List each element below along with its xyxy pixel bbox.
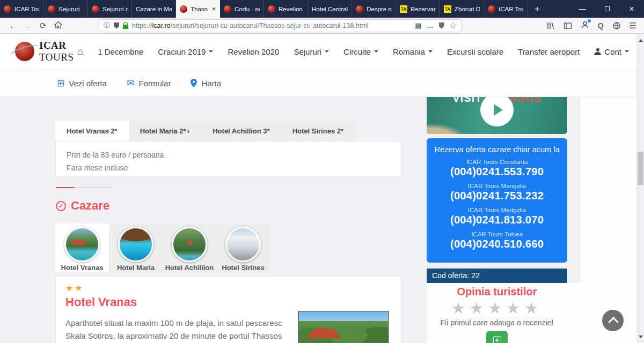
subnav-vezi-oferta[interactable]: ⊞Vezi oferta [57, 79, 107, 88]
subnav-formular[interactable]: ✉Formular [127, 79, 171, 88]
library-icon[interactable] [546, 21, 555, 30]
icar-favicon-icon [180, 5, 187, 13]
tab-title: Hotel Central [312, 6, 348, 12]
bookmark-star-icon[interactable]: ☆ [450, 21, 457, 31]
scrollbar-up-arrow-icon[interactable] [639, 37, 643, 42]
envelope-icon: ✉ [127, 79, 134, 88]
hotel-tab-vranas[interactable]: Hotel Vranas 2* [55, 121, 129, 141]
hotel-tab-maria[interactable]: Hotel Maria 2*+ [129, 121, 202, 141]
reserve-heading: Rezerva oferta cazare chiar acum la [427, 145, 567, 154]
phone-number[interactable]: (004)0241.813.070 [427, 214, 567, 226]
nav-item-cont[interactable]: Cont [594, 47, 629, 56]
hotel-thumbnail-tabs: Hotel Vranas Hotel Maria Hotel Achillion… [55, 223, 270, 272]
tabbar-spacer [546, 0, 570, 18]
back-button[interactable]: ← [5, 21, 20, 30]
icar-tours-logo[interactable]: ICAR TOURS [15, 40, 77, 63]
tab-title: Thasso [191, 6, 208, 12]
browser-tab[interactable]: Corfu - se [220, 0, 264, 18]
tracking-protection-shield-icon[interactable] [114, 23, 119, 29]
hotel-photo-thumb [118, 227, 153, 262]
window-close-button[interactable]: × [619, 0, 644, 18]
subnav-harta[interactable]: Harta [191, 79, 221, 88]
browser-tab[interactable]: Sejururi [44, 0, 88, 18]
office-entry: ICAR Tours Mangalia (004)0241.753.232 [427, 183, 567, 202]
window-restore-button[interactable] [595, 0, 619, 18]
extension-q-icon[interactable]: Q [598, 21, 604, 30]
tab-title: Despre no [367, 6, 392, 12]
hotel-star-rating: ★★ [65, 283, 391, 293]
cazare-heading: ✓ Cazare [56, 199, 109, 213]
hotel-thumb-vranas[interactable]: Hotel Vranas [55, 223, 109, 272]
nav-item-revelion[interactable]: Revelion 2020 [228, 47, 279, 56]
scrollbar-down-arrow-icon[interactable] [639, 335, 643, 340]
tarom-favicon-icon: TA [400, 5, 407, 13]
browser-tab[interactable]: TA Rezervari [396, 0, 440, 18]
phone-number[interactable]: (004)0241.753.232 [427, 190, 567, 202]
section-title: Cazare [71, 199, 109, 213]
nav-item-excursii[interactable]: Excursii scolare [447, 47, 503, 56]
nav-item-sejururi[interactable]: Sejururi [294, 47, 329, 56]
office-entry: ICAR Tours Medgidia (004)0241.813.070 [427, 207, 567, 226]
icar-favicon-icon [224, 5, 231, 13]
forward-button[interactable]: → [20, 21, 35, 30]
window-minimize-button[interactable]: — [570, 0, 595, 18]
reviews-title: Opinia turistilor [427, 286, 567, 298]
play-button[interactable] [480, 97, 514, 126]
nav-home-icon[interactable]: ⌂ [77, 47, 83, 56]
tab-close-icon[interactable]: × [211, 5, 216, 13]
page-scrollbar[interactable] [636, 34, 644, 343]
chevron-down-icon [428, 50, 433, 55]
hotel-thumb-achillion[interactable]: Hotel Achillion [163, 223, 216, 272]
nav-item-transfer[interactable]: Transfer aeroport [518, 47, 580, 56]
browser-tab[interactable]: ICAR Tour [0, 0, 44, 18]
new-tab-button[interactable]: + [528, 0, 546, 18]
globe-extension-icon[interactable] [612, 21, 621, 30]
nav-item-circuite[interactable]: Circuite [343, 47, 378, 56]
scrollbar-thumb[interactable] [638, 152, 643, 185]
hotel-detail-card: ★★ Hotel Vranas Aparthotel situat la max… [55, 276, 401, 343]
plus-square-icon: + [493, 336, 501, 343]
reservation-phone-box: Rezerva oferta cazare chiar acum la ICAR… [427, 138, 567, 263]
hotel-tab-sirines[interactable]: Hotel Sirines 2* [281, 121, 355, 141]
nav-item-craciun[interactable]: Craciun 2019 [158, 47, 213, 56]
nav-item-romania[interactable]: Romania [393, 47, 433, 56]
hotel-name: Hotel Vranas [65, 295, 391, 309]
pocket-shield-icon[interactable] [439, 23, 444, 29]
logo-word: ICAR [39, 40, 67, 51]
page-actions-icon[interactable]: … [427, 22, 434, 29]
phone-number[interactable]: (004)0240.510.660 [427, 238, 567, 250]
browser-tab[interactable]: TA Zboruri O [440, 0, 484, 18]
add-review-button[interactable]: + [486, 331, 508, 343]
visit-thassos-video[interactable]: VISIT THASSOS [427, 97, 567, 134]
browser-tab-bar: ICAR Tour Sejururi Sejururi cu Cazare in… [0, 0, 644, 18]
browser-window: ICAR Tour Sejururi Sejururi cu Cazare in… [0, 0, 644, 343]
browser-tab[interactable]: Hotel Central [308, 0, 352, 18]
info-icon[interactable]: ⓘ [104, 21, 110, 30]
tab-title: Revelion in [279, 6, 304, 12]
browser-tab[interactable]: Sejururi cu [88, 0, 132, 18]
browser-tab[interactable]: Despre no [352, 0, 396, 18]
home-icon [54, 21, 62, 29]
browser-tab-active[interactable]: Thasso × [176, 0, 220, 18]
browser-tab[interactable]: Cazare in Man [132, 0, 176, 18]
nav-item-1-decembrie[interactable]: 1 Decembrie [98, 47, 143, 56]
address-bar[interactable]: ⓘ https://icar.ro/sejururi/sejururi-cu-a… [99, 19, 462, 32]
menu-icon[interactable]: ☰ [630, 21, 636, 31]
reload-button[interactable]: ⟳ [35, 21, 50, 31]
hotel-thumb-sirines[interactable]: Hotel Sirines [216, 223, 270, 272]
page-right-gutter [581, 97, 636, 343]
tab-title: Corfu - se [235, 6, 260, 12]
browser-tab[interactable]: Revelion in [264, 0, 308, 18]
browser-tab[interactable]: ICAR Tour [484, 0, 528, 18]
icar-favicon-icon [92, 5, 99, 13]
hotel-thumb-maria[interactable]: Hotel Maria [109, 223, 163, 272]
offer-subnav: ⊞Vezi oferta ✉Formular Harta [0, 70, 644, 97]
phone-number[interactable]: (004)0241.553.790 [427, 166, 567, 178]
tab-title: Sejururi [58, 6, 84, 12]
home-button[interactable] [50, 21, 65, 31]
scroll-to-top-button[interactable] [602, 310, 624, 331]
sidebars-icon[interactable] [564, 21, 572, 30]
account-icon[interactable] [581, 20, 589, 31]
hotel-tab-achillion[interactable]: Hotel Achillion 3* [201, 121, 281, 141]
reader-mode-icon[interactable]: ▤ [415, 21, 421, 29]
